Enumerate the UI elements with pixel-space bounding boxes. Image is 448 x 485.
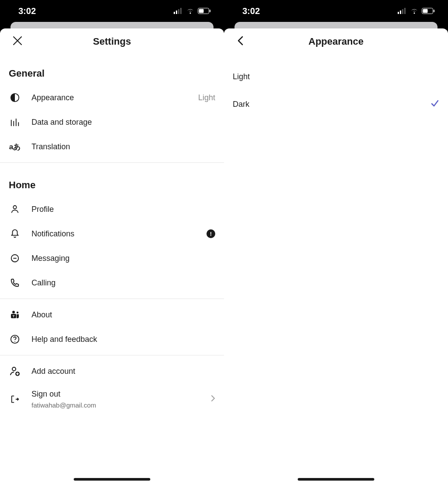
- data-storage-icon: [9, 116, 21, 128]
- row-label: Messaging: [32, 254, 215, 263]
- signal-icon: [174, 8, 183, 14]
- status-indicators: [398, 8, 435, 14]
- row-messaging[interactable]: Messaging: [0, 246, 224, 271]
- row-appearance[interactable]: Appearance Light: [0, 85, 224, 110]
- row-sign-out[interactable]: Sign out fatiwahab@gmail.com: [0, 383, 224, 415]
- settings-screen: Settings General Appearance Light Data a…: [0, 28, 224, 485]
- chevron-left-icon: [236, 35, 244, 46]
- sign-out-icon: [9, 393, 21, 405]
- appearance-icon: [9, 91, 21, 104]
- page-title: Settings: [93, 36, 131, 47]
- status-time: 3:02: [242, 6, 260, 16]
- svg-point-20: [14, 341, 15, 342]
- divider: [0, 162, 224, 163]
- row-add-account[interactable]: Add account: [0, 359, 224, 383]
- row-help[interactable]: Help and feedback: [0, 327, 224, 351]
- page-title: Appearance: [308, 36, 364, 47]
- svg-rect-23: [398, 12, 399, 14]
- svg-rect-24: [400, 11, 401, 14]
- wifi-icon: [186, 8, 195, 14]
- row-label: Notifications: [32, 229, 206, 239]
- appearance-screen: Appearance Light Dark: [224, 28, 448, 485]
- svg-rect-3: [180, 8, 182, 14]
- close-icon: [12, 35, 23, 46]
- svg-rect-1: [176, 11, 177, 14]
- alert-badge: !: [206, 229, 215, 238]
- battery-icon: [198, 8, 211, 14]
- row-profile[interactable]: Profile: [0, 197, 224, 221]
- home-indicator[interactable]: [74, 478, 150, 481]
- svg-point-15: [12, 311, 15, 313]
- battery-icon: [422, 8, 435, 14]
- svg-text:T: T: [13, 314, 15, 318]
- status-indicators: [174, 8, 211, 14]
- row-label: About: [32, 310, 215, 320]
- option-label: Light: [233, 72, 439, 81]
- signal-icon: [398, 8, 407, 14]
- row-notifications[interactable]: Notifications !: [0, 221, 224, 246]
- svg-rect-0: [174, 12, 175, 14]
- row-label: Calling: [32, 278, 215, 288]
- chevron-right-icon: [211, 395, 215, 404]
- teams-icon: T: [9, 309, 21, 321]
- row-label: Translation: [32, 142, 215, 151]
- nav-bar: Settings: [0, 28, 224, 55]
- row-label: Data and storage: [32, 118, 215, 127]
- bell-icon: [9, 228, 21, 240]
- wifi-icon: [410, 8, 419, 14]
- status-bar: 3:02: [224, 0, 448, 22]
- phone-left: 3:02 Settings General Appearance Light: [0, 0, 224, 485]
- phone-right: 3:02 Appearance Light Dark: [224, 0, 448, 485]
- section-header-home: Home: [0, 166, 224, 197]
- row-label: Sign out: [32, 390, 207, 399]
- svg-rect-5: [199, 9, 204, 13]
- option-label: Dark: [233, 100, 430, 109]
- close-button[interactable]: [9, 32, 26, 51]
- svg-point-16: [17, 312, 18, 313]
- row-translation[interactable]: aあ Translation: [0, 134, 224, 159]
- row-label: Appearance: [32, 93, 198, 102]
- help-icon: [9, 333, 21, 345]
- row-about[interactable]: T About: [0, 302, 224, 327]
- svg-rect-29: [434, 10, 434, 12]
- translation-icon: aあ: [9, 141, 21, 153]
- svg-rect-28: [423, 9, 428, 13]
- messaging-icon: [9, 252, 21, 264]
- svg-rect-6: [210, 10, 210, 12]
- row-label: Profile: [32, 205, 215, 214]
- row-label: Add account: [32, 367, 215, 376]
- profile-icon: [9, 203, 21, 215]
- svg-rect-26: [404, 8, 406, 14]
- add-account-icon: [9, 365, 21, 377]
- option-dark[interactable]: Dark: [224, 90, 448, 118]
- svg-point-21: [12, 367, 16, 371]
- phone-icon: [9, 277, 21, 289]
- account-email: fatiwahab@gmail.com: [32, 401, 207, 409]
- divider: [0, 355, 224, 355]
- row-value: Light: [198, 93, 215, 102]
- option-light[interactable]: Light: [224, 63, 448, 90]
- back-button[interactable]: [233, 32, 248, 51]
- home-indicator[interactable]: [298, 478, 374, 481]
- svg-point-12: [13, 206, 16, 209]
- row-data-storage[interactable]: Data and storage: [0, 110, 224, 134]
- row-calling[interactable]: Calling: [0, 271, 224, 295]
- status-time: 3:02: [18, 6, 36, 16]
- divider: [0, 299, 224, 299]
- status-bar: 3:02: [0, 0, 224, 22]
- row-label: Help and feedback: [32, 335, 215, 344]
- nav-bar: Appearance: [224, 28, 448, 55]
- section-header-general: General: [0, 55, 224, 85]
- svg-rect-25: [402, 9, 403, 14]
- svg-rect-2: [178, 9, 179, 14]
- checkmark-icon: [430, 99, 439, 109]
